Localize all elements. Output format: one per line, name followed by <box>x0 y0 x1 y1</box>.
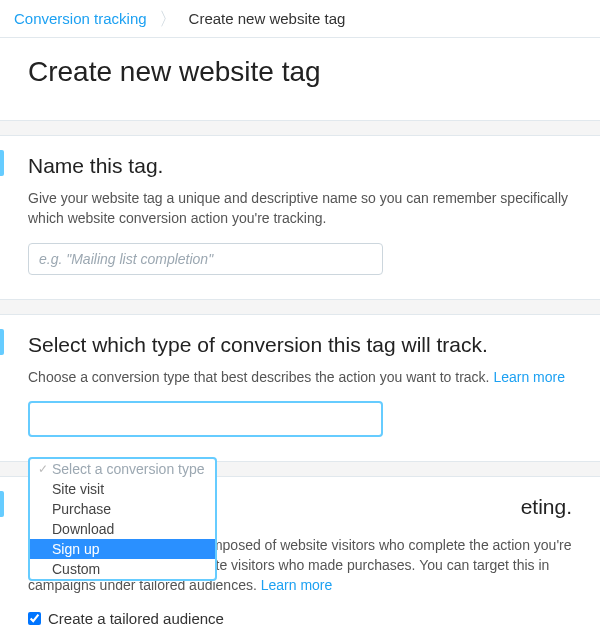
learn-more-link[interactable]: Learn more <box>261 577 333 593</box>
learn-more-link[interactable]: Learn more <box>493 369 565 385</box>
create-tailored-audience-row[interactable]: Create a tailored audience <box>28 610 572 627</box>
conversion-type-select-outline <box>28 401 383 437</box>
tag-name-input[interactable] <box>28 243 383 275</box>
create-tailored-audience-label: Create a tailored audience <box>48 610 224 627</box>
option-purchase[interactable]: ✓Purchase <box>30 499 215 519</box>
page-header: Create new website tag <box>0 38 600 121</box>
tailored-audience-title-suffix: eting. <box>521 495 572 518</box>
page-title: Create new website tag <box>28 56 572 88</box>
option-download[interactable]: ✓Download <box>30 519 215 539</box>
breadcrumb-current: Create new website tag <box>189 10 346 27</box>
conversion-type-dropdown[interactable]: ✓Select a conversion type ✓Site visit ✓P… <box>28 457 217 581</box>
breadcrumb-root-link[interactable]: Conversion tracking <box>14 10 147 27</box>
conversion-type-section: Select which type of conversion this tag… <box>0 314 600 462</box>
conversion-type-desc: Choose a conversion type that best descr… <box>28 367 572 387</box>
breadcrumb: Conversion tracking 〉 Create new website… <box>0 0 600 38</box>
conversion-type-title: Select which type of conversion this tag… <box>28 333 572 357</box>
option-sign-up[interactable]: ✓Sign up <box>30 539 215 559</box>
option-placeholder[interactable]: ✓Select a conversion type <box>30 459 215 479</box>
chevron-right-icon: 〉 <box>159 7 177 31</box>
name-tag-title: Name this tag. <box>28 154 572 178</box>
option-custom[interactable]: ✓Custom <box>30 559 215 579</box>
name-tag-section: Name this tag. Give your website tag a u… <box>0 135 600 300</box>
create-tailored-audience-checkbox[interactable] <box>28 612 41 625</box>
option-site-visit[interactable]: ✓Site visit <box>30 479 215 499</box>
name-tag-desc: Give your website tag a unique and descr… <box>28 188 572 229</box>
